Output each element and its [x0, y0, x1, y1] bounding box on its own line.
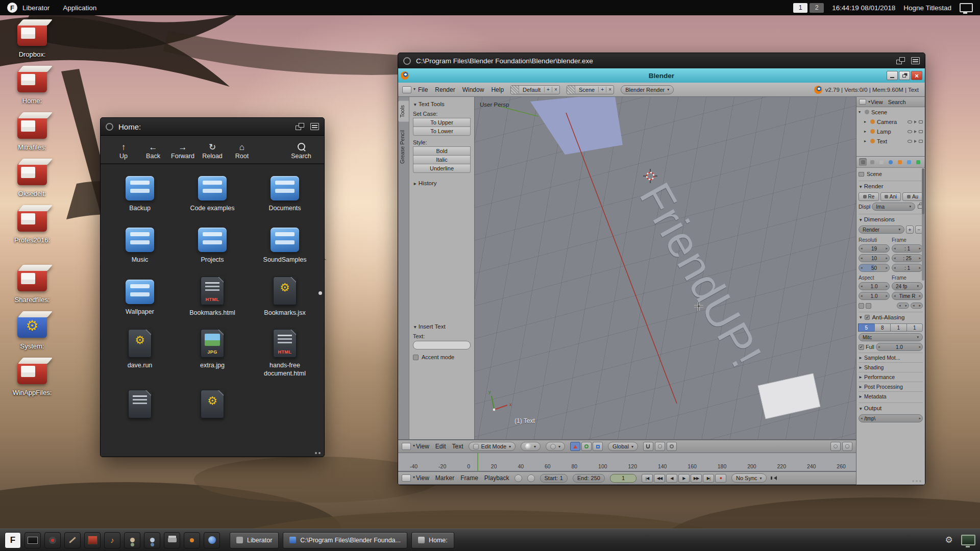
editor-type-icon[interactable] [859, 99, 866, 105]
resolution-y-field[interactable]: 10 [859, 254, 890, 262]
panel-text-tools[interactable]: Text Tools [413, 101, 471, 107]
menu-item[interactable]: Marker [435, 474, 454, 482]
dock-app-icon[interactable] [184, 532, 200, 548]
tab-render-layers[interactable] [868, 158, 876, 166]
render-preset-selector[interactable]: Render [859, 226, 904, 234]
file-item[interactable]: SoundSamples [253, 224, 317, 264]
toolbar-button[interactable]: ⌂ Root [227, 143, 257, 160]
menu-item[interactable]: Window [462, 86, 484, 93]
desktop-icon[interactable]: Oksedelt: [5, 163, 59, 197]
tab-world[interactable] [887, 158, 894, 166]
file-item[interactable]: JPG extra.jpg [180, 329, 244, 378]
window-depth-icon[interactable] [896, 57, 905, 64]
playback-button[interactable]: ▶▶ [691, 474, 702, 483]
playback-button[interactable]: ● [715, 474, 726, 483]
antialiasing-panel-header[interactable]: Anti-Aliasing [859, 314, 923, 320]
expander-icon[interactable]: ▾ [859, 110, 863, 114]
playback-button[interactable]: ▶ [678, 474, 690, 483]
aa-filter-selector[interactable]: Mitc [859, 333, 923, 341]
object-name[interactable]: Text [877, 138, 887, 144]
editor-type-icon[interactable] [402, 443, 411, 450]
render-button[interactable]: Ani [880, 192, 901, 201]
render-panel-header[interactable]: Render [859, 183, 923, 189]
workspace-button[interactable]: 2 [810, 3, 824, 13]
selectability-icon[interactable] [914, 130, 917, 133]
collapsed-panel-header[interactable]: Shading [859, 362, 923, 372]
resize-grip[interactable] [315, 452, 321, 454]
pivot-selector[interactable] [546, 442, 565, 451]
aspect-y-field[interactable]: 1.0 [859, 292, 890, 300]
text-input[interactable] [413, 341, 471, 349]
aa-sample-button[interactable]: 8 [874, 323, 891, 332]
antialiasing-checkbox[interactable] [865, 315, 870, 320]
resolution-x-field[interactable]: 19 [859, 244, 890, 253]
close-button[interactable]: × [911, 71, 922, 80]
editor-type-icon[interactable] [402, 86, 411, 93]
filter-size-field[interactable]: 1.0 [876, 343, 923, 351]
desktop-icon[interactable]: Dropbox: [5, 23, 59, 58]
settings-gear-icon[interactable]: ⚙ [943, 534, 955, 546]
frame-step-widget[interactable]: ◂▸ [911, 303, 923, 309]
render-opengl-button[interactable] [830, 442, 841, 451]
desktop-icon[interactable]: Sharedfiles: [5, 269, 59, 304]
brand-label[interactable]: Liberator [22, 4, 50, 12]
collapsed-panel-header[interactable]: Sampled Mot... [859, 353, 923, 362]
file-item[interactable]: HTML Bookmarks.html [180, 277, 244, 317]
aa-sample-button[interactable]: 1 [890, 323, 907, 332]
panel-history[interactable]: History [413, 180, 471, 186]
add-preset-button[interactable]: + [906, 226, 914, 234]
start-frame-field[interactable]: Start: 1 [540, 474, 568, 483]
menu-item[interactable]: Help [491, 86, 504, 93]
frame-step-field[interactable]: : 1 [892, 264, 923, 272]
render-button[interactable]: Re [859, 192, 879, 201]
file-item[interactable]: Code examples [180, 173, 244, 212]
filemanager-titlebar[interactable]: Home: [101, 118, 324, 136]
tab-grease-pencil[interactable]: Grease Pencil [398, 126, 409, 168]
desktop-icon[interactable]: Mitrafiles: [5, 116, 59, 151]
shading-selector[interactable] [521, 442, 541, 451]
menu-item[interactable]: Frame [460, 474, 478, 482]
visibility-eye-icon[interactable] [908, 120, 912, 123]
panel-insert-text[interactable]: Insert Text [413, 323, 471, 330]
frame-step-widget[interactable]: ◂▸ [897, 303, 909, 309]
file-item[interactable] [180, 390, 244, 422]
editor-type-icon[interactable] [402, 474, 411, 482]
task-button[interactable]: Home: [411, 532, 454, 548]
resolution-percent-field[interactable]: 50 [859, 264, 890, 272]
task-button[interactable]: Liberator [230, 532, 279, 548]
tab-scene[interactable] [877, 158, 885, 166]
time-remap-field[interactable]: Time R [892, 292, 923, 300]
tab-render[interactable] [859, 158, 867, 166]
expander-icon[interactable]: ▸ [864, 139, 868, 143]
tab-tools[interactable]: Tools [398, 101, 409, 122]
dock-tools-icon[interactable] [64, 532, 81, 548]
aa-sample-button[interactable]: 1 [906, 323, 923, 332]
renderability-icon[interactable] [919, 140, 923, 143]
outliner-row[interactable]: ▸ Lamp [856, 127, 925, 136]
dock-account-icon[interactable] [144, 532, 160, 548]
collapsed-panel-header[interactable]: Post Processing [859, 382, 923, 391]
expander-icon[interactable]: ▸ [864, 119, 868, 124]
manipulator-translate-button[interactable] [570, 442, 580, 451]
full-sample-checkbox[interactable] [859, 344, 864, 350]
add-scene-button[interactable]: + [598, 87, 606, 92]
object-name[interactable]: Lamp [877, 129, 891, 135]
tab-material[interactable] [923, 158, 925, 166]
menu-item[interactable]: File [418, 86, 428, 93]
collapsed-panel-header[interactable]: Performance [859, 372, 923, 382]
output-panel-header[interactable]: Output [859, 405, 923, 411]
collapsed-panel-header[interactable]: Metadata [859, 391, 923, 401]
dimensions-panel-header[interactable]: Dimensions [859, 216, 923, 222]
aspect-x-field[interactable]: 1.0 [859, 282, 890, 290]
manipulator-scale-button[interactable] [593, 442, 603, 451]
file-item[interactable]: Music [108, 224, 172, 264]
dock-terminal-icon[interactable] [24, 532, 41, 548]
style-button[interactable]: Italic [413, 155, 471, 164]
file-item[interactable] [108, 390, 172, 422]
menu-item[interactable]: View [416, 443, 429, 450]
desktop-icon[interactable]: WinAppFiles: [5, 362, 59, 396]
desktop-icon[interactable]: System: [5, 315, 59, 350]
mode-selector[interactable]: Edit Mode [469, 442, 516, 451]
scroll-indicator[interactable] [318, 291, 322, 295]
display-selector[interactable]: Ima [872, 203, 915, 211]
